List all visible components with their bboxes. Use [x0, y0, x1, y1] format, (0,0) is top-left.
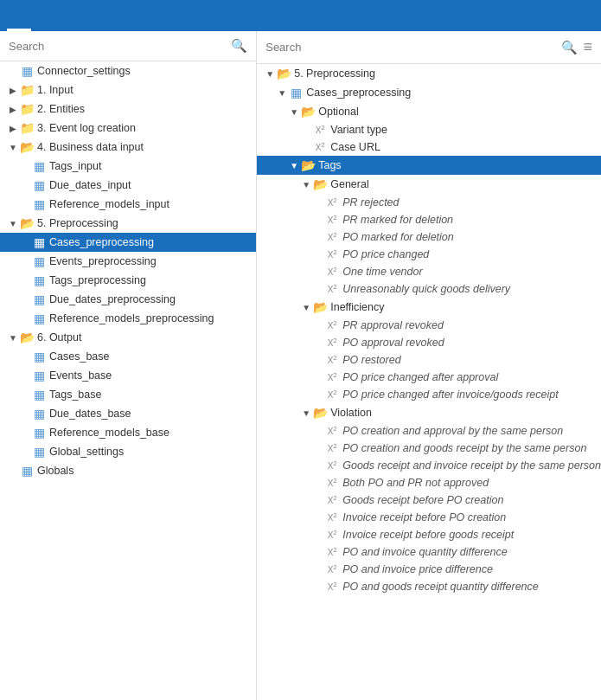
- left-tree-item-entities[interactable]: ▶📁2. Entities: [0, 100, 256, 119]
- right-tree-item-r_pr_marked_del[interactable]: X2PR marked for deletion: [257, 211, 601, 228]
- right-tree-item-r_po_invoice_price[interactable]: X2PO and invoice price difference: [257, 561, 601, 578]
- chevron-icon: ▼: [264, 69, 276, 79]
- right-tree-item-r_invoice_before_goods[interactable]: X2Invoice receipt before goods receipt: [257, 526, 601, 543]
- tree-item-label: Due_dates_preprocessing: [49, 293, 176, 305]
- tab-dashboards[interactable]: [31, 16, 55, 31]
- left-tree-item-ref_models_base[interactable]: ▦Reference_models_base: [0, 423, 256, 442]
- left-tree-item-due_dates_preprocessing[interactable]: ▦Due_dates_preprocessing: [0, 290, 256, 309]
- folder-open-icon: 📂: [276, 67, 291, 80]
- db-icon: ▦: [31, 388, 47, 401]
- right-tree-item-r_po_price_after_approval[interactable]: X2PO price changed after approval: [257, 369, 601, 386]
- tree-item-label: Globals: [37, 465, 74, 477]
- folder-open-icon: 📂: [312, 300, 328, 314]
- right-panel: 🔍 ≡ ▼📂5. Preprocessing▼▦Cases_preprocess…: [257, 31, 601, 700]
- tree-item-label: PO and invoice price difference: [342, 563, 493, 575]
- left-tree-item-input[interactable]: ▶📁1. Input: [0, 80, 256, 100]
- variable-icon: X2: [324, 581, 340, 592]
- chevron-icon: ▼: [288, 107, 300, 117]
- left-tree-item-events_preprocessing[interactable]: ▦Events_preprocessing: [0, 252, 256, 271]
- tree-item-label: PR approval revoked: [342, 319, 444, 331]
- right-tree-item-r_case_url[interactable]: X2Case URL: [257, 138, 601, 156]
- tree-item-label: PO price changed: [342, 248, 429, 260]
- left-tree-item-ref_models_input[interactable]: ▦Reference_models_input: [0, 195, 256, 214]
- right-tree-item-r_po_approval_rev[interactable]: X2PO approval revoked: [257, 334, 601, 351]
- left-search-icon[interactable]: 🔍: [231, 38, 247, 54]
- variable-icon: X2: [324, 371, 340, 382]
- right-search-icon[interactable]: 🔍: [561, 40, 578, 55]
- right-tree-item-r_both_not_approved[interactable]: X2Both PO and PR not approved: [257, 474, 601, 491]
- right-tree-item-r_po_goods_same[interactable]: X2PO creation and goods receipt by the s…: [257, 440, 601, 457]
- left-search-input[interactable]: [9, 40, 231, 53]
- db-icon: ▦: [31, 235, 47, 249]
- db-icon: ▦: [19, 64, 35, 78]
- right-tree-item-r_goods_invoice_same[interactable]: X2Goods receipt and invoice receipt by t…: [257, 457, 601, 474]
- right-tree-item-r_unreasonably[interactable]: X2Unreasonably quick goods delivery: [257, 280, 601, 298]
- right-tree-item-r_optional[interactable]: ▼📂Optional: [257, 102, 601, 121]
- tab-data[interactable]: [7, 16, 31, 31]
- right-tree-item-r_tags[interactable]: ▼📂Tags: [257, 156, 601, 175]
- right-tree-item-r_po_goods_qty[interactable]: X2PO and goods receipt quantity differen…: [257, 578, 601, 595]
- tree-item-label: PO restored: [342, 354, 400, 366]
- db-icon: ▦: [31, 292, 47, 306]
- tree-item-label: 2. Entities: [37, 103, 85, 115]
- right-tree-item-r_variant_type[interactable]: X2Variant type: [257, 121, 601, 138]
- variable-icon: X2: [324, 389, 340, 400]
- db-icon: ▦: [31, 350, 47, 363]
- tree-item-label: PO approval revoked: [342, 337, 444, 349]
- right-tree-item-r_goods_before_po[interactable]: X2Goods receipt before PO creation: [257, 491, 601, 509]
- tree-item-label: 5. Preprocessing: [294, 67, 375, 80]
- right-tree-item-r_po_approval_same[interactable]: X2PO creation and approval by the same p…: [257, 422, 601, 440]
- left-tree-item-bizdata[interactable]: ▼📂4. Business data input: [0, 138, 256, 157]
- right-tree-item-r_preprocessing[interactable]: ▼📂5. Preprocessing: [257, 64, 601, 83]
- tree-item-label: Case URL: [330, 141, 380, 153]
- left-tree-item-globals[interactable]: ▦Globals: [0, 461, 256, 480]
- right-tree-item-r_violation[interactable]: ▼📂Violation: [257, 403, 601, 422]
- variable-icon: X2: [324, 529, 340, 540]
- menu-icon[interactable]: ≡: [583, 38, 592, 56]
- right-tree-item-r_pr_rejected[interactable]: X2PR rejected: [257, 194, 601, 211]
- db-icon: ▦: [31, 426, 47, 440]
- folder-open-icon: 📂: [19, 331, 35, 344]
- tree-item-label: PR rejected: [342, 196, 399, 209]
- right-tree-item-r_one_time_vendor[interactable]: X2One time vendor: [257, 263, 601, 280]
- left-panel: 🔍 ▦Connector_settings▶📁1. Input▶📁2. Enti…: [0, 31, 257, 700]
- variable-icon: X2: [324, 214, 340, 225]
- left-tree-item-cases_base[interactable]: ▦Cases_base: [0, 347, 256, 366]
- variable-icon: X2: [312, 141, 328, 152]
- main-container: 🔍 ▦Connector_settings▶📁1. Input▶📁2. Enti…: [0, 31, 601, 700]
- left-tree-item-cases_preprocessing[interactable]: ▦Cases_preprocessing: [0, 233, 256, 252]
- right-tree-item-r_general[interactable]: ▼📂General: [257, 175, 601, 194]
- left-tree-item-tags_preprocessing[interactable]: ▦Tags_preprocessing: [0, 271, 256, 290]
- right-tree-item-r_po_restored[interactable]: X2PO restored: [257, 351, 601, 369]
- left-tree-item-due_dates_input[interactable]: ▦Due_dates_input: [0, 176, 256, 195]
- folder-open-icon: 📂: [312, 406, 328, 420]
- right-tree-item-r_po_price_changed[interactable]: X2PO price changed: [257, 246, 601, 263]
- db-icon: ▦: [31, 159, 47, 173]
- tree-item-label: Both PO and PR not approved: [342, 477, 489, 489]
- right-search-input[interactable]: [265, 41, 561, 54]
- right-tree-item-r_cases_preprocessing[interactable]: ▼▦Cases_preprocessing: [257, 83, 601, 102]
- chevron-icon: ▼: [288, 161, 300, 170]
- folder-icon: 📁: [19, 121, 35, 135]
- left-tree-item-eventlog[interactable]: ▶📁3. Event log creation: [0, 119, 256, 138]
- right-tree-item-r_invoice_before_po[interactable]: X2Invoice receipt before PO creation: [257, 509, 601, 526]
- left-tree-item-output[interactable]: ▼📂6. Output: [0, 328, 256, 347]
- right-tree-item-r_pr_approval_rev[interactable]: X2PR approval revoked: [257, 317, 601, 334]
- left-tree-item-ref_models_preprocessing[interactable]: ▦Reference_models_preprocessing: [0, 309, 256, 328]
- left-tree-item-events_base[interactable]: ▦Events_base: [0, 366, 256, 385]
- left-tree-item-tags_base[interactable]: ▦Tags_base: [0, 385, 256, 404]
- right-tree-item-r_po_price_after_invoice[interactable]: X2PO price changed after invoice/goods r…: [257, 386, 601, 403]
- chevron-icon: ▼: [300, 408, 312, 418]
- left-tree-item-tags_input[interactable]: ▦Tags_input: [0, 157, 256, 176]
- right-tree-item-r_po_invoice_qty[interactable]: X2PO and invoice quantity difference: [257, 543, 601, 561]
- tab-html-panel[interactable]: [55, 16, 80, 31]
- tree-item-label: Reference_models_base: [49, 427, 169, 439]
- right-tree-item-r_inefficiency[interactable]: ▼📂Inefficiency: [257, 298, 601, 317]
- chevron-icon: ▼: [7, 219, 19, 228]
- left-tree-item-preprocessing[interactable]: ▼📂5. Preprocessing: [0, 214, 256, 233]
- right-tree-item-r_po_marked_del[interactable]: X2PO marked for deletion: [257, 228, 601, 246]
- left-tree-item-global_settings[interactable]: ▦Global_settings: [0, 442, 256, 461]
- chevron-icon: ▼: [300, 303, 312, 312]
- left-tree-item-connector[interactable]: ▦Connector_settings: [0, 61, 256, 80]
- left-tree-item-due_dates_base[interactable]: ▦Due_dates_base: [0, 404, 256, 423]
